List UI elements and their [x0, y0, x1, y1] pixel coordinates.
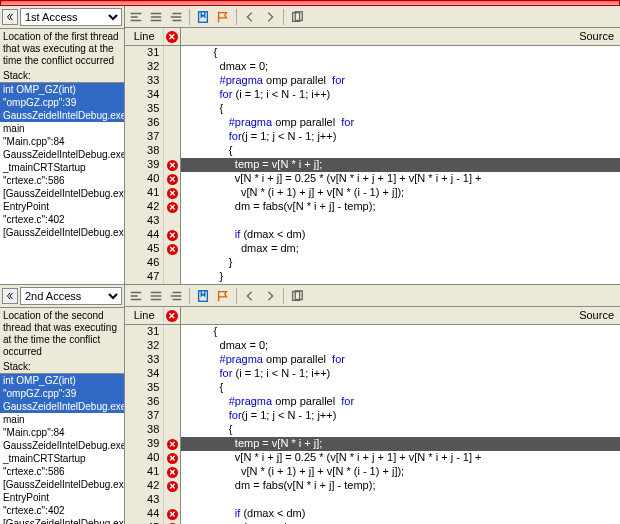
stack-item[interactable]: "crtexe.c":586: [0, 174, 124, 187]
source-line: for (i = 1; i < N - 1; i++): [181, 88, 620, 102]
error-marker[interactable]: ✕: [164, 479, 180, 493]
error-marker[interactable]: ✕: [164, 158, 180, 172]
error-marker: [164, 325, 180, 339]
stack-list[interactable]: int OMP_GZ(int)"ompGZ.cpp":39GaussZeidel…: [0, 82, 124, 284]
access-sidebar: 1st Access Location of the first thread …: [0, 6, 125, 284]
flag-icon[interactable]: [216, 289, 230, 303]
line-number: 46: [125, 256, 163, 270]
source-line: temp = v[N * i + j];: [181, 158, 620, 172]
stack-item[interactable]: [GaussZeidelIntelDebug.exe, 0x8: [0, 517, 124, 524]
stack-item[interactable]: [GaussZeidelIntelDebug.exe, 0x8: [0, 187, 124, 200]
error-marker[interactable]: ✕: [164, 200, 180, 214]
source-line: for(j = 1; j < N - 1; j++): [181, 130, 620, 144]
error-marker[interactable]: ✕: [164, 186, 180, 200]
stack-label: Stack:: [0, 69, 124, 82]
source-line: [181, 493, 620, 507]
collapse-icon[interactable]: [129, 10, 143, 24]
line-number: 43: [125, 214, 163, 228]
line-number: 43: [125, 493, 163, 507]
stack-item[interactable]: "ompGZ.cpp":39: [0, 387, 124, 400]
stack-item[interactable]: GaussZeidelIntelDebug.exe: [0, 439, 124, 452]
line-number: 42: [125, 479, 163, 493]
error-marker: [164, 116, 180, 130]
line-number: 44: [125, 228, 163, 242]
source-line: [181, 214, 620, 228]
stack-item[interactable]: [GaussZeidelIntelDebug.exe, 0x8: [0, 226, 124, 239]
line-number: 36: [125, 395, 163, 409]
stack-item[interactable]: _tmainCRTStartup: [0, 161, 124, 174]
error-marker: [164, 60, 180, 74]
source-line: dmax = 0;: [181, 60, 620, 74]
code-header: Line✕ Source: [125, 28, 620, 46]
copy-icon[interactable]: [290, 10, 304, 24]
source-line: if (dmax < dm): [181, 507, 620, 521]
stack-item[interactable]: "crtexe.c":402: [0, 213, 124, 226]
source-line: #pragma omp parallel for: [181, 395, 620, 409]
stack-item[interactable]: "ompGZ.cpp":39: [0, 96, 124, 109]
expand-icon[interactable]: [149, 10, 163, 24]
flag-icon[interactable]: [216, 10, 230, 24]
access-description: Location of the first thread that was ex…: [0, 29, 124, 69]
error-marker: [164, 493, 180, 507]
stack-item[interactable]: main: [0, 122, 124, 135]
source-line: }: [181, 270, 620, 284]
error-marker[interactable]: ✕: [164, 507, 180, 521]
source-line: v[N * i + j] = 0.25 * (v[N * i + j + 1] …: [181, 451, 620, 465]
stack-item[interactable]: EntryPoint: [0, 200, 124, 213]
svg-rect-3: [199, 290, 208, 301]
copy-icon[interactable]: [290, 289, 304, 303]
prev-icon[interactable]: [243, 10, 257, 24]
error-marker[interactable]: ✕: [164, 451, 180, 465]
source-line: #pragma omp parallel for: [181, 74, 620, 88]
error-marker[interactable]: ✕: [164, 437, 180, 451]
error-marker[interactable]: ✕: [164, 172, 180, 186]
bookmark-icon[interactable]: [196, 10, 210, 24]
stack-item[interactable]: _tmainCRTStartup: [0, 452, 124, 465]
indent-icon[interactable]: [169, 10, 183, 24]
next-icon[interactable]: [263, 10, 277, 24]
access-select[interactable]: 1st Access: [20, 8, 122, 26]
stack-item[interactable]: "Main.cpp":84: [0, 135, 124, 148]
collapse-icon[interactable]: [129, 289, 143, 303]
source-line: for(j = 1; j < N - 1; j++): [181, 409, 620, 423]
stack-list[interactable]: int OMP_GZ(int)"ompGZ.cpp":39GaussZeidel…: [0, 373, 124, 524]
access-select[interactable]: 2nd Access: [20, 287, 122, 305]
next-icon[interactable]: [263, 289, 277, 303]
source-line: for (i = 1; i < N - 1; i++): [181, 367, 620, 381]
indent-icon[interactable]: [169, 289, 183, 303]
error-marker: [164, 102, 180, 116]
stack-item[interactable]: [GaussZeidelIntelDebug.exe, 0x8: [0, 478, 124, 491]
source-header: Source: [181, 307, 620, 324]
line-number: 34: [125, 367, 163, 381]
access-sidebar: 2nd Access Location of the second thread…: [0, 285, 125, 524]
error-marker: [164, 367, 180, 381]
stack-item[interactable]: "crtexe.c":402: [0, 504, 124, 517]
line-number: 40: [125, 451, 163, 465]
source-line: {: [181, 46, 620, 60]
stack-item[interactable]: "crtexe.c":586: [0, 465, 124, 478]
source-line: dm = fabs(v[N * i + j] - temp);: [181, 479, 620, 493]
error-marker: [164, 74, 180, 88]
stack-item[interactable]: int OMP_GZ(int): [0, 83, 124, 96]
line-header: Line: [125, 307, 164, 324]
bookmark-icon[interactable]: [196, 289, 210, 303]
source-line: dmax = dm;: [181, 242, 620, 256]
nav-back-button[interactable]: [2, 288, 18, 304]
stack-item[interactable]: int OMP_GZ(int): [0, 374, 124, 387]
stack-item[interactable]: "Main.cpp":84: [0, 426, 124, 439]
stack-item[interactable]: EntryPoint: [0, 491, 124, 504]
line-number: 47: [125, 270, 163, 284]
source-line: }: [181, 256, 620, 270]
line-number: 35: [125, 102, 163, 116]
expand-icon[interactable]: [149, 289, 163, 303]
line-number: 40: [125, 172, 163, 186]
stack-item[interactable]: GaussZeidelIntelDebug.exe: [0, 148, 124, 161]
stack-item[interactable]: main: [0, 413, 124, 426]
nav-back-button[interactable]: [2, 9, 18, 25]
stack-item[interactable]: GaussZeidelIntelDebug.exe: [0, 400, 124, 413]
stack-item[interactable]: GaussZeidelIntelDebug.exe: [0, 109, 124, 122]
error-marker[interactable]: ✕: [164, 465, 180, 479]
prev-icon[interactable]: [243, 289, 257, 303]
error-marker[interactable]: ✕: [164, 228, 180, 242]
error-marker[interactable]: ✕: [164, 242, 180, 256]
